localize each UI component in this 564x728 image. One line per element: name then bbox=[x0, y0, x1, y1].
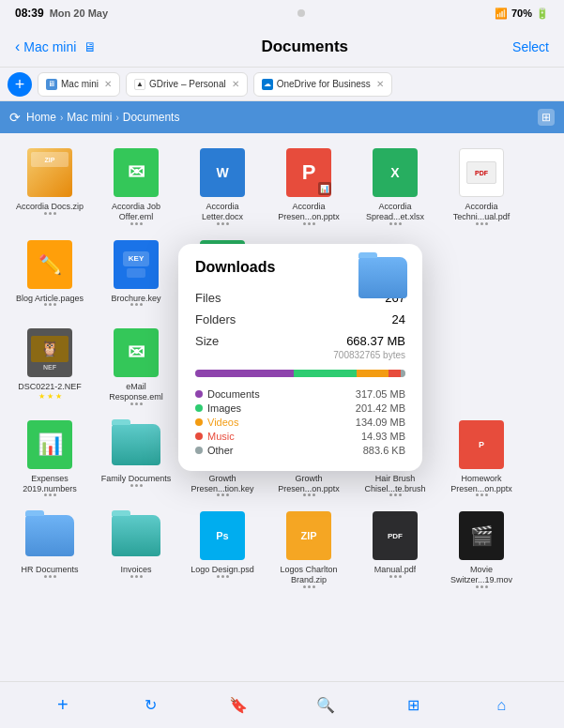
file-name: Movie Switzer...19.mov bbox=[445, 565, 518, 585]
file-more-dots[interactable] bbox=[44, 212, 56, 215]
file-name: Accordia Job Offer.eml bbox=[99, 202, 173, 222]
file-more-dots[interactable] bbox=[389, 493, 402, 496]
tab-macmini[interactable]: 🖥 Mac mini ✕ bbox=[38, 72, 120, 97]
file-more-dots[interactable] bbox=[44, 575, 56, 578]
file-more-dots[interactable] bbox=[476, 493, 488, 496]
file-name: Brochure.key bbox=[111, 294, 160, 304]
file-more-dots[interactable] bbox=[130, 303, 143, 306]
search-button[interactable]: 🔍 bbox=[307, 687, 344, 724]
navigation-bar: ‹ Mac mini 🖥 Documents Select bbox=[0, 26, 564, 68]
file-icon-key: KEY bbox=[110, 238, 162, 291]
popup-size-label: Size bbox=[195, 334, 219, 348]
legend-documents: Documents 317.05 MB bbox=[195, 388, 405, 400]
file-item[interactable]: Family Documents bbox=[94, 415, 178, 501]
file-more-dots[interactable] bbox=[389, 575, 402, 578]
back-chevron-icon: ‹ bbox=[15, 38, 20, 55]
bar-images bbox=[294, 370, 357, 377]
file-more-dots[interactable] bbox=[303, 585, 315, 588]
refresh-button[interactable]: ↻ bbox=[131, 687, 169, 724]
file-item[interactable]: ✉ eMail Response.eml bbox=[94, 323, 178, 409]
grid-button[interactable]: ⊞ bbox=[395, 687, 433, 724]
file-item[interactable]: ZIP Logos Charlton Brand.zip bbox=[267, 506, 351, 592]
page-title: Documents bbox=[261, 38, 348, 56]
file-item[interactable]: W Accordia Letter.docx bbox=[180, 143, 265, 229]
legend-dot-images bbox=[195, 404, 203, 412]
legend-videos: Videos 134.09 MB bbox=[195, 417, 405, 428]
tab-onedrive[interactable]: ☁ OneDrive for Business ✕ bbox=[253, 72, 392, 97]
file-icon-numbers2: 📊 bbox=[23, 418, 76, 471]
file-name: Accordia Letter.docx bbox=[186, 202, 259, 222]
file-icon-eml: ✉ bbox=[110, 146, 162, 199]
file-more-dots[interactable] bbox=[44, 303, 56, 306]
file-name: Accordia Presen...on.pptx bbox=[272, 202, 345, 222]
file-name: Family Documents bbox=[101, 474, 172, 484]
file-item[interactable]: KEY Brochure.key bbox=[94, 235, 178, 318]
file-item[interactable]: 🦉 NEF DSC0221-2.NEF ★★★ bbox=[8, 323, 92, 409]
camera-dot bbox=[297, 9, 305, 17]
legend-label-other: Other bbox=[207, 445, 234, 456]
file-more-dots[interactable] bbox=[130, 222, 143, 225]
legend-label-videos: Videos bbox=[207, 417, 238, 428]
file-more-dots[interactable] bbox=[130, 484, 143, 487]
file-item[interactable]: ZIP Accordia Docs.zip bbox=[8, 143, 92, 229]
downloads-popup: Downloads Files 267 Folders 24 Size 668.… bbox=[178, 244, 422, 471]
breadcrumb-chevron-2: › bbox=[115, 113, 118, 123]
file-item[interactable]: HR Documents bbox=[8, 506, 92, 592]
back-button[interactable]: ‹ Mac mini 🖥 bbox=[15, 38, 97, 55]
tab-onedrive-close[interactable]: ✕ bbox=[376, 79, 384, 89]
file-more-dots[interactable] bbox=[303, 493, 315, 496]
file-item[interactable]: 🎬 Movie Switzer...19.mov bbox=[439, 506, 524, 592]
file-more-dots[interactable] bbox=[217, 493, 229, 496]
legend-dot-videos bbox=[195, 418, 203, 426]
add-tab-button[interactable]: + bbox=[8, 72, 32, 97]
file-more-dots[interactable] bbox=[217, 222, 229, 225]
file-more-dots[interactable] bbox=[303, 222, 315, 225]
file-more-dots[interactable] bbox=[44, 493, 56, 496]
legend-music: Music 14.93 MB bbox=[195, 431, 405, 442]
grid-view-button[interactable]: ⊞ bbox=[538, 109, 555, 126]
file-icon-eml2: ✉ bbox=[110, 326, 162, 379]
file-item[interactable]: Invoices bbox=[94, 506, 178, 592]
file-icon-zip: ZIP bbox=[23, 146, 76, 199]
status-icons: 📶 70% 🔋 bbox=[495, 8, 549, 20]
legend-value-documents: 317.05 MB bbox=[356, 388, 405, 400]
breadcrumb-home[interactable]: Home bbox=[26, 111, 56, 124]
file-more-dots[interactable] bbox=[476, 585, 488, 588]
file-more-dots[interactable] bbox=[476, 222, 488, 225]
file-name: Invoices bbox=[120, 565, 151, 575]
file-more-dots[interactable] bbox=[130, 402, 143, 405]
home-icon: ⟳ bbox=[9, 110, 21, 125]
bottom-toolbar: + ↻ 🔖 🔍 ⊞ ⌂ bbox=[0, 681, 564, 728]
bookmark-button[interactable]: 🔖 bbox=[220, 687, 257, 724]
file-name: Accordia Docs.zip bbox=[16, 202, 84, 212]
tab-gdrive[interactable]: ▲ GDrive – Personal ✕ bbox=[126, 72, 248, 97]
bar-documents bbox=[195, 370, 294, 377]
breadcrumb-macmini[interactable]: Mac mini bbox=[67, 111, 112, 124]
tab-gdrive-close[interactable]: ✕ bbox=[232, 79, 239, 89]
file-item[interactable]: X Accordia Spread...et.xlsx bbox=[353, 143, 437, 229]
gdrive-icon: ▲ bbox=[134, 79, 145, 90]
file-item[interactable]: PDF Manual.pdf bbox=[353, 506, 437, 592]
file-item[interactable]: P 📊 Accordia Presen...on.pptx bbox=[267, 143, 351, 229]
file-item[interactable]: ✏️ Blog Article.pages bbox=[8, 235, 92, 318]
tab-macmini-close[interactable]: ✕ bbox=[104, 79, 112, 89]
file-item[interactable]: P Homework Presen...on.pptx bbox=[439, 415, 524, 501]
storage-progress-bar bbox=[195, 370, 405, 377]
file-item[interactable]: 📊 Expenses 2019.numbers bbox=[8, 415, 92, 501]
breadcrumb-bar: ⟳ Home › Mac mini › Documents ⊞ bbox=[0, 101, 564, 133]
home-button[interactable]: ⌂ bbox=[482, 687, 520, 724]
select-button[interactable]: Select bbox=[512, 39, 549, 54]
file-item[interactable]: PDF Accordia Techni...ual.pdf bbox=[439, 143, 524, 229]
file-icon-folder-invoices bbox=[110, 509, 162, 562]
file-item[interactable]: Ps Logo Design.psd bbox=[180, 506, 265, 592]
status-bar: 08:39 Mon 20 May 📶 70% 🔋 bbox=[0, 0, 564, 26]
back-label: Mac mini bbox=[23, 39, 76, 54]
add-button[interactable]: + bbox=[44, 687, 82, 724]
file-name: Accordia Techni...ual.pdf bbox=[445, 202, 518, 222]
file-more-dots[interactable] bbox=[389, 222, 402, 225]
file-more-dots[interactable] bbox=[217, 575, 229, 578]
legend-value-videos: 134.09 MB bbox=[356, 417, 405, 428]
file-more-dots[interactable] bbox=[130, 575, 143, 578]
file-item[interactable]: ✉ Accordia Job Offer.eml bbox=[94, 143, 178, 229]
legend-dot-music bbox=[195, 432, 203, 440]
